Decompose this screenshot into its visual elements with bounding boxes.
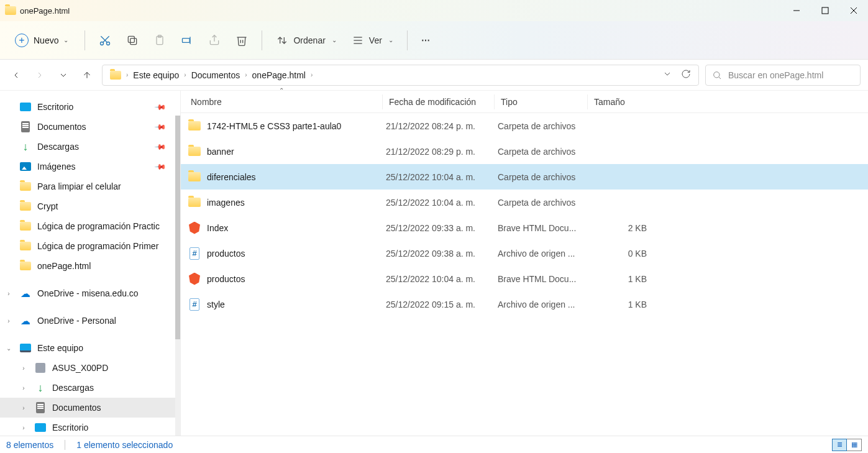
folder-icon <box>20 262 31 270</box>
file-row[interactable]: productos25/12/2022 10:04 a. m.Brave HTM… <box>181 266 868 291</box>
file-row[interactable]: #style25/12/2022 09:15 a. m.Archivo de o… <box>181 291 868 317</box>
recent-button[interactable] <box>55 66 72 84</box>
details-view-button[interactable]: ≣ <box>832 439 847 451</box>
sidebar-item[interactable]: Lógica de programación Primer <box>0 236 180 256</box>
pin-icon: 📌 <box>154 121 167 134</box>
thumbnails-view-button[interactable]: ▦ <box>847 439 862 451</box>
sidebar-item[interactable]: Imágenes📌 <box>0 157 180 176</box>
status-selected: 1 elemento seleccionado <box>76 440 173 450</box>
maximize-button[interactable] <box>811 0 839 21</box>
minimize-button[interactable] <box>782 0 811 21</box>
view-button[interactable]: Ver ⌄ <box>345 29 400 52</box>
folder-icon <box>20 242 31 250</box>
svg-rect-9 <box>129 36 135 42</box>
search-input[interactable]: Buscar en onePage.html <box>705 65 861 86</box>
file-row[interactable]: #productos25/12/2022 09:38 a. m.Archivo … <box>181 240 868 266</box>
sidebar-item[interactable]: Para limpiar el celular <box>0 176 180 196</box>
expand-icon[interactable]: › <box>19 405 29 411</box>
paste-button[interactable] <box>147 29 172 52</box>
sidebar-item[interactable]: Lógica de programación Practic <box>0 216 180 236</box>
scrollbar-thumb[interactable] <box>175 116 180 339</box>
sidebar-item[interactable]: ↓Descargas📌 <box>0 137 180 157</box>
sidebar-item[interactable]: ›Escritorio <box>0 418 180 436</box>
sidebar-item[interactable]: ›Documentos <box>0 398 180 418</box>
expand-icon[interactable]: › <box>19 365 29 372</box>
share-button[interactable] <box>202 29 227 52</box>
up-button[interactable] <box>78 66 96 84</box>
folder-icon <box>20 222 31 231</box>
divider <box>262 30 262 50</box>
sidebar-item[interactable]: ›ASUS_X00PD <box>0 358 180 378</box>
forward-button[interactable] <box>31 66 48 84</box>
column-name[interactable]: ⌃Nombre <box>181 94 382 109</box>
sidebar-item[interactable]: Documentos📌 <box>0 117 180 137</box>
chevron-right-icon: › <box>309 71 314 78</box>
sort-label: Ordenar <box>293 35 325 45</box>
sidebar-item-label: Imágenes <box>37 162 75 172</box>
column-size[interactable]: Tamaño <box>587 94 649 109</box>
refresh-button[interactable] <box>681 69 691 81</box>
file-type: Carpeta de archivos <box>498 121 591 131</box>
breadcrumb[interactable]: Este equipo <box>129 70 183 80</box>
file-date: 25/12/2022 09:33 a. m. <box>386 223 498 233</box>
file-size: 1 KB <box>591 274 653 284</box>
file-row[interactable]: banner21/12/2022 08:29 p. m.Carpeta de a… <box>181 139 868 164</box>
collapse-icon[interactable]: ⌄ <box>4 345 14 352</box>
column-headers: ⌃Nombre Fecha de modificación Tipo Tamañ… <box>181 91 868 113</box>
desktop-icon <box>20 103 31 111</box>
svg-point-23 <box>714 71 720 77</box>
file-row[interactable]: imagenes25/12/2022 10:04 a. m.Carpeta de… <box>181 190 868 215</box>
plus-icon: + <box>15 34 29 47</box>
document-icon <box>21 121 30 132</box>
sidebar-item-label: Descargas <box>52 383 94 393</box>
window-title: onePage.html <box>20 6 70 16</box>
folder-icon <box>20 202 31 211</box>
column-date[interactable]: Fecha de modificación <box>382 94 494 109</box>
sidebar-item-label: Escritorio <box>52 423 88 432</box>
pin-icon: 📌 <box>154 101 167 114</box>
folder-icon <box>20 182 31 191</box>
file-row[interactable]: Index25/12/2022 09:33 a. m.Brave HTML Do… <box>181 215 868 240</box>
more-button[interactable]: ⋯ <box>415 29 437 52</box>
expand-icon[interactable]: › <box>19 424 29 431</box>
close-button[interactable] <box>839 0 868 21</box>
chevron-right-icon: › <box>125 71 129 78</box>
file-size: 2 KB <box>591 223 653 233</box>
chevron-down-icon: ⌄ <box>332 37 337 43</box>
folder-icon <box>5 6 16 15</box>
sidebar-item-label: onePage.html <box>37 261 91 271</box>
sidebar-item[interactable]: Crypt <box>0 196 180 216</box>
svg-rect-1 <box>822 7 828 14</box>
cut-button[interactable] <box>93 29 117 52</box>
expand-icon[interactable]: › <box>4 318 14 324</box>
column-type[interactable]: Tipo <box>494 94 587 109</box>
file-name: diferenciales <box>207 172 256 182</box>
sidebar-item-thispc[interactable]: ⌄Este equipo <box>0 338 180 358</box>
breadcrumb[interactable]: onePage.html <box>249 70 309 80</box>
divider <box>85 30 85 50</box>
download-icon: ↓ <box>20 141 31 152</box>
new-button[interactable]: + Nuevo ⌄ <box>6 29 77 52</box>
file-row[interactable]: diferenciales25/12/2022 10:04 a. m.Carpe… <box>181 164 868 190</box>
sort-button[interactable]: Ordenar ⌄ <box>270 29 342 52</box>
expand-icon[interactable]: › <box>4 290 14 297</box>
sidebar-item-onedrive[interactable]: ›☁OneDrive - Personal <box>0 311 180 331</box>
address-bar[interactable]: › Este equipo › Documentos › onePage.htm… <box>102 65 699 86</box>
sidebar-item-onedrive[interactable]: ›☁OneDrive - misena.edu.co <box>0 283 180 303</box>
sidebar-item-label: OneDrive - misena.edu.co <box>37 288 139 298</box>
copy-button[interactable] <box>120 29 145 52</box>
dropdown-button[interactable] <box>662 69 672 81</box>
expand-icon[interactable]: › <box>19 385 29 391</box>
cloud-icon: ☁ <box>20 315 31 326</box>
file-type: Archivo de origen ... <box>498 300 591 309</box>
back-button[interactable] <box>7 66 25 84</box>
sidebar-item-label: Documentos <box>37 122 86 132</box>
sidebar-item[interactable]: onePage.html <box>0 256 180 276</box>
delete-button[interactable] <box>229 29 254 52</box>
file-row[interactable]: 1742-HTML5 e CSS3 parte1-aula021/12/2022… <box>181 113 868 139</box>
sidebar-item[interactable]: ›↓Descargas <box>0 378 180 398</box>
sidebar-item-label: ASUS_X00PD <box>52 363 108 373</box>
breadcrumb[interactable]: Documentos <box>188 70 244 80</box>
rename-button[interactable] <box>175 29 199 52</box>
sidebar-item[interactable]: Escritorio📌 <box>0 97 180 117</box>
